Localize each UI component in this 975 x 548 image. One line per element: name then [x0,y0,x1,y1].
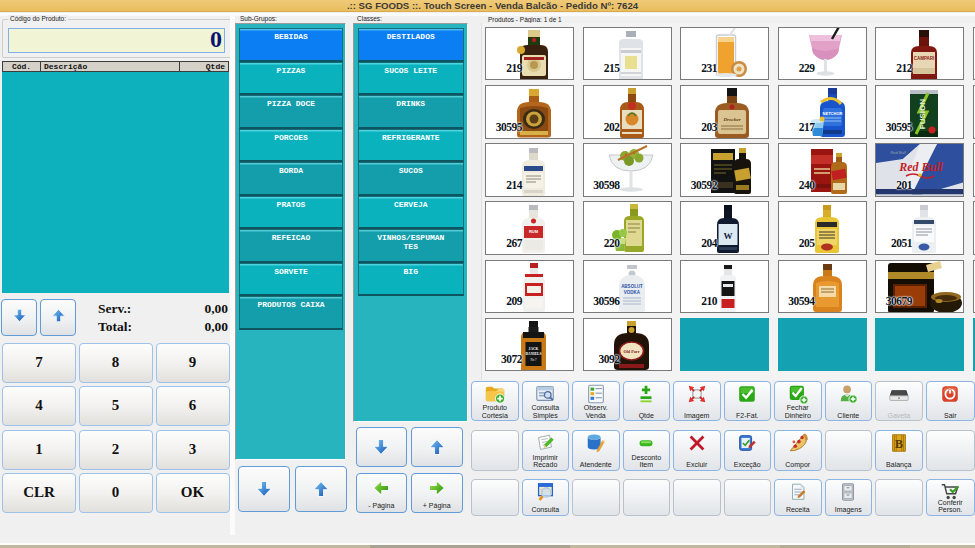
svg-text:CAMPARI: CAMPARI [914,56,935,61]
svg-text:DANIELS: DANIELS [526,352,542,356]
svg-text:No 7: No 7 [531,358,537,362]
svg-text:W: W [724,231,733,241]
svg-text:FUSION: FUSION [918,99,927,129]
svg-text:RUM: RUM [529,229,539,234]
svg-text:VODKA: VODKA [623,290,640,295]
svg-text:JACK: JACK [529,347,539,351]
svg-text:NETCHOR: NETCHOR [822,111,842,116]
svg-text:ABSOLUT: ABSOLUT [621,284,643,289]
svg-text:Drocher: Drocher [722,117,740,122]
svg-text:Old Parr: Old Parr [623,349,639,354]
svg-text:Red Bull: Red Bull [898,160,943,174]
svg-text:Red Bull: Red Bull [890,150,905,155]
svg-text:B: B [895,436,903,450]
